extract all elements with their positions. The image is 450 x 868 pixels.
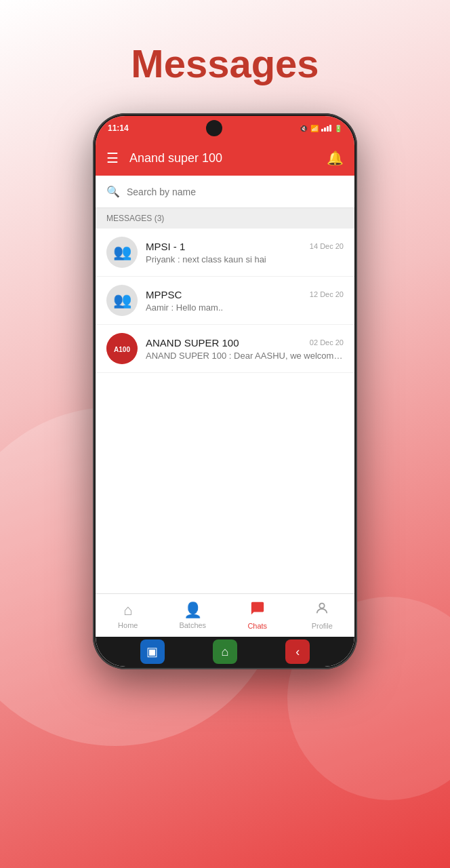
home-icon: ⌂ [123, 601, 132, 619]
bell-icon[interactable]: 🔔 [327, 150, 344, 166]
status-icons: 🔇 📶 🔋 [300, 125, 342, 132]
avatar-logo: A100 [106, 333, 138, 364]
menu-icon[interactable]: ☰ [106, 150, 119, 166]
svg-point-2 [320, 604, 325, 608]
phone-shell: 11:14 🔇 📶 🔋 ☰ Anand super [93, 113, 357, 669]
group-icon: 👥 [113, 243, 131, 261]
home-button[interactable]: ⌂ [213, 639, 237, 664]
phone-bottom-bar: ▣ ⌂ ‹ [96, 637, 354, 667]
chats-icon [250, 601, 265, 620]
nav-item-home[interactable]: ⌂ Home [96, 601, 161, 629]
chat-name-row: MPPSC 12 Dec 20 [146, 289, 344, 300]
avatar: 👥 [106, 237, 138, 268]
chat-preview: ANAND SUPER 100 : Dear AASHU, we welcome… [146, 351, 344, 361]
group-icon: 👥 [113, 292, 131, 309]
chat-info: ANAND SUPER 100 02 Dec 20 ANAND SUPER 10… [146, 337, 344, 361]
avatar: A100 [106, 333, 138, 364]
chat-name-row: ANAND SUPER 100 02 Dec 20 [146, 337, 344, 349]
messages-label: MESSAGES (3) [96, 208, 354, 229]
svg-text:A100: A100 [114, 346, 130, 353]
phone-screen: 11:14 🔇 📶 🔋 ☰ Anand super [96, 116, 354, 667]
home-hw-icon: ⌂ [222, 645, 229, 659]
chat-item[interactable]: A100 ANAND SUPER 100 02 Dec 20 ANAND SUP… [96, 325, 354, 373]
chat-item[interactable]: 👥 MPPSC 12 Dec 20 Aamir : Hello mam.. [96, 277, 354, 325]
search-bar: 🔍 [96, 176, 354, 208]
nav-item-profile[interactable]: Profile [290, 601, 355, 630]
nav-label-profile: Profile [312, 622, 333, 630]
batches-icon: 👤 [184, 601, 202, 619]
chat-date: 12 Dec 20 [310, 290, 344, 298]
chat-date: 14 Dec 20 [310, 242, 344, 250]
notch [206, 120, 222, 136]
chat-item[interactable]: 👥 MPSI - 1 14 Dec 20 Priyank : next clas… [96, 229, 354, 277]
nav-label-home: Home [118, 621, 138, 629]
recent-apps-button[interactable]: ▣ [140, 639, 165, 664]
nav-label-batches: Batches [179, 621, 206, 629]
avatar: 👥 [106, 285, 138, 316]
search-icon: 🔍 [106, 185, 120, 198]
bottom-nav: ⌂ Home 👤 Batches Chats [96, 593, 354, 637]
chat-name: ANAND SUPER 100 [146, 337, 239, 349]
chat-info: MPSI - 1 14 Dec 20 Priyank : next class … [146, 241, 344, 264]
search-input[interactable] [127, 186, 344, 197]
chat-date: 02 Dec 20 [310, 338, 344, 347]
battery-icon: 🔋 [334, 125, 342, 132]
chat-list: 👥 MPSI - 1 14 Dec 20 Priyank : next clas… [96, 229, 354, 593]
page-title: Messages [131, 41, 319, 86]
back-icon: ‹ [295, 645, 300, 659]
chat-preview: Aamir : Hello mam.. [146, 302, 344, 313]
mute-icon: 🔇 [300, 125, 308, 132]
nav-item-batches[interactable]: 👤 Batches [161, 601, 226, 629]
chat-name: MPPSC [146, 289, 182, 300]
chat-info: MPPSC 12 Dec 20 Aamir : Hello mam.. [146, 289, 344, 313]
chat-name-row: MPSI - 1 14 Dec 20 [146, 241, 344, 252]
profile-icon [314, 601, 329, 620]
status-bar: 11:14 🔇 📶 🔋 [96, 116, 354, 140]
chat-preview: Priyank : next class kaun si hai [146, 254, 344, 264]
recent-apps-icon: ▣ [146, 644, 158, 659]
signal-bars [321, 125, 331, 132]
back-button[interactable]: ‹ [285, 639, 310, 664]
chat-name: MPSI - 1 [146, 241, 185, 252]
status-time: 11:14 [108, 123, 129, 133]
nav-item-chats[interactable]: Chats [225, 601, 290, 630]
header-title: Anand super 100 [129, 151, 327, 165]
app-header: ☰ Anand super 100 🔔 [96, 140, 354, 176]
nav-label-chats: Chats [247, 622, 267, 630]
wifi-icon: 📶 [310, 125, 319, 132]
